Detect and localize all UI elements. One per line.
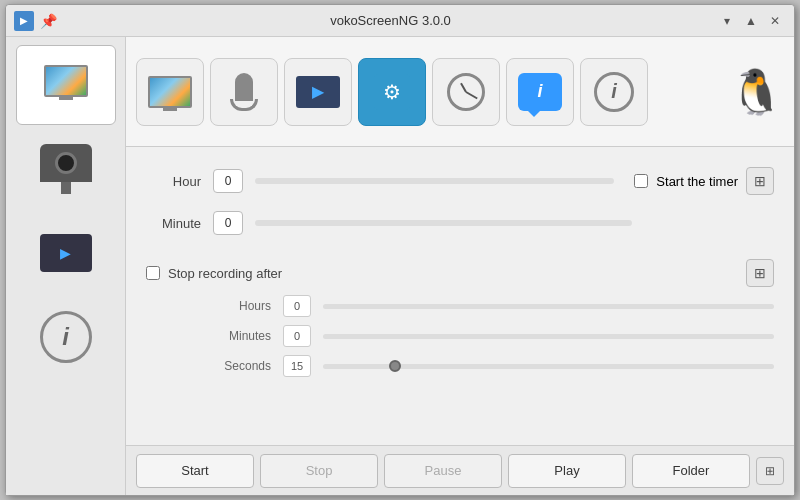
toolbar-info-icon: i: [594, 72, 634, 112]
stop-minutes-row: Minutes 0: [206, 325, 774, 347]
toolbar-player-icon: ▶: [296, 76, 340, 108]
toolbar: ▶ ⚙ i i 🐧: [126, 37, 794, 147]
toolbar-info-btn[interactable]: i: [580, 58, 648, 126]
minute-slider[interactable]: [255, 220, 632, 226]
stop-hours-label: Hours: [206, 299, 271, 313]
main-window: ▶ 📌 vokoScreenNG 3.0.0 ▾ ▲ ✕: [5, 4, 795, 496]
stop-minutes-value: 0: [283, 325, 311, 347]
toolbar-chat-btn[interactable]: i: [506, 58, 574, 126]
main-area: i ▶ ⚙: [6, 37, 794, 495]
stop-recording-checkbox[interactable]: [146, 266, 160, 280]
play-button[interactable]: Play: [508, 454, 626, 488]
sidebar-item-info[interactable]: i: [16, 297, 116, 377]
stop-seconds-value: 15: [283, 355, 311, 377]
stop-hours-row: Hours 0: [206, 295, 774, 317]
content-area: Hour 0 Start the timer ⊞ Minute 0: [126, 147, 794, 445]
content-panel: ▶ ⚙ i i 🐧: [126, 37, 794, 495]
toolbar-player-btn[interactable]: ▶: [284, 58, 352, 126]
minute-row: Minute 0: [146, 211, 774, 235]
screen-capture-icon: [44, 65, 88, 97]
dropdown-button[interactable]: ▾: [716, 10, 738, 32]
stop-sliders: Hours 0 Minutes 0 Seconds: [146, 295, 774, 377]
hour-slider[interactable]: [255, 178, 614, 184]
info-icon: i: [40, 311, 92, 363]
stop-minutes-label: Minutes: [206, 329, 271, 343]
toolbar-screen-icon: [148, 76, 192, 108]
bottom-info-btn[interactable]: ⊞: [756, 457, 784, 485]
hour-row: Hour 0 Start the timer ⊞: [146, 167, 774, 195]
toolbar-screen-btn[interactable]: [136, 58, 204, 126]
player-icon: [40, 234, 92, 272]
start-button[interactable]: Start: [136, 454, 254, 488]
start-timer-label: Start the timer: [656, 174, 738, 189]
window-controls: ▾ ▲ ✕: [716, 10, 786, 32]
stop-seconds-label: Seconds: [206, 359, 271, 373]
window-title: vokoScreenNG 3.0.0: [65, 13, 716, 28]
app-icon: ▶: [14, 11, 34, 31]
titlebar: ▶ 📌 vokoScreenNG 3.0.0 ▾ ▲ ✕: [6, 5, 794, 37]
toolbar-timer-btn[interactable]: [432, 58, 500, 126]
toolbar-audio-btn[interactable]: [210, 58, 278, 126]
stop-hours-slider[interactable]: [323, 304, 774, 309]
sidebar-item-screen-capture[interactable]: [16, 45, 116, 125]
pin-icon[interactable]: 📌: [40, 13, 57, 29]
sidebar: i: [6, 37, 126, 495]
minute-value: 0: [213, 211, 243, 235]
stop-seconds-slider[interactable]: [323, 364, 774, 369]
stop-seconds-row: Seconds 15: [206, 355, 774, 377]
stop-header: Stop recording after ⊞: [146, 259, 774, 287]
stop-minutes-slider[interactable]: [323, 334, 774, 339]
hour-value: 0: [213, 169, 243, 193]
bottom-bar: Start Stop Pause Play Folder ⊞: [126, 445, 794, 495]
stop-button[interactable]: Stop: [260, 454, 378, 488]
toolbar-chat-icon: i: [518, 73, 562, 111]
stop-hours-value: 0: [283, 295, 311, 317]
toolbar-settings-btn[interactable]: ⚙: [358, 58, 426, 126]
tux-icon: 🐧: [729, 70, 784, 114]
folder-button[interactable]: Folder: [632, 454, 750, 488]
pause-button[interactable]: Pause: [384, 454, 502, 488]
close-button[interactable]: ✕: [764, 10, 786, 32]
sidebar-item-player[interactable]: [16, 213, 116, 293]
stop-info-btn[interactable]: ⊞: [746, 259, 774, 287]
toolbar-clock-icon: [447, 73, 485, 111]
toolbar-settings-icon: ⚙: [374, 74, 410, 110]
minute-label: Minute: [146, 216, 201, 231]
sidebar-item-webcam[interactable]: [16, 129, 116, 209]
stop-section: Stop recording after ⊞ Hours 0 Minutes: [146, 259, 774, 377]
webcam-icon: [36, 144, 96, 194]
hour-label: Hour: [146, 174, 201, 189]
start-timer-checkbox[interactable]: [634, 174, 648, 188]
toolbar-mic-icon: [230, 73, 258, 111]
minimize-button[interactable]: ▲: [740, 10, 762, 32]
stop-recording-label: Stop recording after: [168, 266, 282, 281]
timer-info-btn[interactable]: ⊞: [746, 167, 774, 195]
